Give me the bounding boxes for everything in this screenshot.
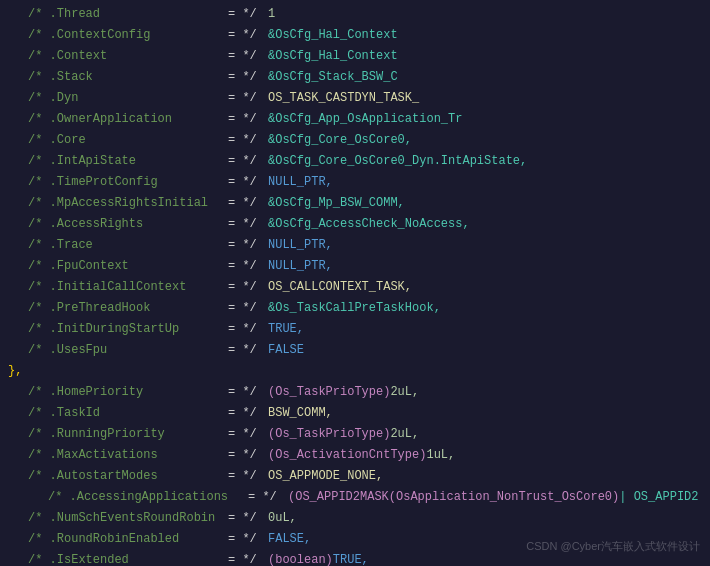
code-line: /* .AccessingApplications = */ (OS_APPID… — [0, 487, 710, 508]
code-line: /* .RunningPriority = */ (Os_TaskPrioTyp… — [0, 424, 710, 445]
code-line: /* .Core = */ &OsCfg_Core_OsCore0, — [0, 130, 710, 151]
code-line: /* .Stack = */ &OsCfg_Stack_BSW_C — [0, 67, 710, 88]
watermark: CSDN @Cyber汽车嵌入式软件设计 — [526, 539, 700, 554]
code-line: /* .UsesFpu = */ FALSE — [0, 340, 710, 361]
code-line: /* .NumSchEventsRoundRobin = */ 0uL, — [0, 508, 710, 529]
code-line: /* .InitDuringStartUp = */ TRUE, — [0, 319, 710, 340]
code-line: /* .Dyn = */ OS_TASK_CASTDYN_TASK_ — [0, 88, 710, 109]
code-line: /* .MaxActivations = */ (Os_ActivationCn… — [0, 445, 710, 466]
code-line: /* .FpuContext = */ NULL_PTR, — [0, 256, 710, 277]
code-line: /* .AutostartModes = */ OS_APPMODE_NONE, — [0, 466, 710, 487]
code-line: /* .PreThreadHook = */ &Os_TaskCallPreTa… — [0, 298, 710, 319]
code-line: /* .OwnerApplication = */ &OsCfg_App_OsA… — [0, 109, 710, 130]
code-line: /* .TimeProtConfig = */ NULL_PTR, — [0, 172, 710, 193]
code-line: /* .MpAccessRightsInitial = */ &OsCfg_Mp… — [0, 193, 710, 214]
code-line: /* .HomePriority = */ (Os_TaskPrioType)2… — [0, 382, 710, 403]
code-line: /* .TaskId = */ BSW_COMM, — [0, 403, 710, 424]
code-line: /* .ContextConfig = */ &OsCfg_Hal_Contex… — [0, 25, 710, 46]
code-line: /* .Context = */ &OsCfg_Hal_Context — [0, 46, 710, 67]
code-line: /* .AccessRights = */ &OsCfg_AccessCheck… — [0, 214, 710, 235]
code-line: /* .InitialCallContext = */ OS_CALLCONTE… — [0, 277, 710, 298]
code-editor: /* .Thread = */ 1/* .ContextConfig = */ … — [0, 0, 710, 566]
code-line: /* .IntApiState = */ &OsCfg_Core_OsCore0… — [0, 151, 710, 172]
code-line: /* .Trace = */ NULL_PTR, — [0, 235, 710, 256]
code-line: /* .Thread = */ 1 — [0, 4, 710, 25]
code-line: }, — [0, 361, 710, 382]
